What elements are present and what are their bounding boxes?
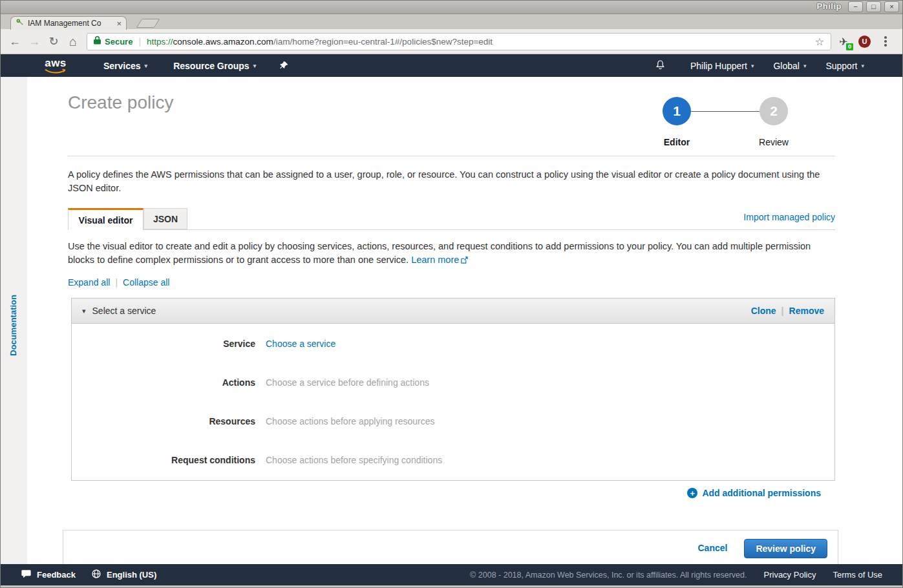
- support-menu[interactable]: Support▾: [825, 61, 864, 71]
- extension-ublock-icon[interactable]: U: [858, 36, 871, 48]
- terms-of-use-link[interactable]: Terms of Use: [833, 570, 882, 580]
- browser-menu-button[interactable]: [878, 36, 893, 47]
- resource-groups-menu[interactable]: Resource Groups▾: [173, 61, 256, 71]
- url-text[interactable]: https://console.aws.amazon.com/iam/home?…: [147, 37, 810, 47]
- clone-link[interactable]: Clone: [751, 306, 776, 316]
- policy-intro-text: A policy defines the AWS permissions tha…: [68, 168, 835, 195]
- chat-bubble-icon: [21, 569, 32, 581]
- tab-close-icon[interactable]: ×: [116, 19, 122, 28]
- copyright-text: © 2008 - 2018, Amazon Web Services, Inc.…: [470, 571, 747, 580]
- tab-json[interactable]: JSON: [143, 208, 187, 229]
- iam-key-favicon-icon: [16, 17, 24, 29]
- resources-row: Resources Choose actions before applying…: [72, 402, 834, 441]
- url-domain: console.aws.amazon.com: [173, 37, 273, 47]
- page-title: Create policy: [68, 92, 173, 113]
- left-sidebar: Documentation: [0, 77, 27, 564]
- url-path: /iam/home?region=eu-central-1#/policies$…: [273, 37, 493, 47]
- forward-button[interactable]: →: [25, 35, 44, 48]
- external-link-icon: [461, 254, 468, 268]
- resources-placeholder: Choose actions before applying resources: [266, 416, 435, 426]
- browser-toolbar: ← → ↻ ⌂ Secure | https://console.aws.ama…: [0, 29, 903, 54]
- actions-row: Actions Choose a service before defining…: [72, 363, 834, 402]
- minimize-button[interactable]: −: [848, 1, 863, 12]
- step-2-circle: 2: [760, 97, 788, 125]
- step-editor: 1 Editor: [648, 97, 705, 147]
- learn-more-link[interactable]: Learn more: [411, 255, 459, 265]
- close-button[interactable]: ×: [884, 1, 899, 12]
- address-bar[interactable]: Secure | https://console.aws.amazon.com/…: [87, 33, 831, 50]
- url-scheme: https://: [147, 37, 173, 47]
- actions-placeholder: Choose a service before defining actions: [266, 377, 429, 388]
- chevron-down-icon: ▾: [751, 63, 754, 69]
- panel-title: Select a service: [92, 306, 156, 316]
- aws-smile-icon: [44, 68, 67, 74]
- window-title: Philip: [817, 1, 842, 11]
- console-footer: Feedback English (US) © 2008 - 2018, Ama…: [0, 564, 903, 585]
- main-content: Create policy 1 Editor 2 Review A policy…: [27, 77, 903, 564]
- chevron-down-icon: ▾: [253, 63, 257, 69]
- tab-title: IAM Management Co: [28, 19, 112, 28]
- remove-link[interactable]: Remove: [789, 306, 824, 316]
- chevron-down-icon: ▾: [803, 63, 807, 69]
- service-row: Service Choose a service: [72, 324, 834, 363]
- plus-circle-icon: +: [687, 488, 697, 498]
- maximize-button[interactable]: □: [866, 1, 881, 12]
- chevron-down-icon: ▾: [145, 63, 148, 69]
- browser-tab[interactable]: IAM Management Co ×: [10, 16, 127, 30]
- home-button[interactable]: ⌂: [63, 34, 83, 49]
- window-bottom-edge: [0, 585, 903, 588]
- action-bar: Cancel Review policy: [63, 530, 838, 564]
- import-managed-policy-link[interactable]: Import managed policy: [743, 212, 835, 222]
- expand-collapse-controls: Expand all|Collapse all: [68, 277, 169, 288]
- add-additional-permissions-link[interactable]: + Add additional permissions: [687, 488, 821, 498]
- globe-icon: [91, 569, 101, 581]
- bookmark-star-icon[interactable]: ☆: [815, 36, 824, 48]
- aws-logo[interactable]: aws: [44, 58, 67, 74]
- collapse-all-link[interactable]: Collapse all: [123, 277, 169, 288]
- expand-all-link[interactable]: Expand all: [68, 277, 110, 288]
- collapse-caret-icon[interactable]: ▾: [82, 307, 86, 315]
- browser-tab-strip: IAM Management Co ×: [0, 14, 903, 29]
- visual-editor-intro-text: Use the visual editor to create and edit…: [68, 240, 835, 268]
- extension-plane-icon[interactable]: ✈0: [836, 36, 851, 48]
- select-service-panel: ▾ Select a service Clone|Remove Service …: [71, 298, 835, 481]
- privacy-policy-link[interactable]: Privacy Policy: [764, 570, 816, 580]
- tabs-underline: [68, 229, 835, 230]
- panel-body: Service Choose a service Actions Choose …: [71, 324, 835, 481]
- window-titlebar: Philip − □ ×: [0, 0, 903, 14]
- choose-a-service-link[interactable]: Choose a service: [266, 339, 335, 349]
- notifications-bell-icon[interactable]: [655, 59, 666, 73]
- back-button[interactable]: ←: [5, 35, 25, 48]
- pin-icon[interactable]: [279, 61, 289, 70]
- refresh-button[interactable]: ↻: [44, 34, 63, 48]
- request-conditions-row: Request conditions Choose actions before…: [72, 441, 834, 479]
- documentation-link[interactable]: Documentation: [8, 295, 18, 356]
- language-selector[interactable]: English (US): [91, 569, 156, 581]
- url-separator: |: [138, 36, 141, 47]
- step-1-circle: 1: [663, 97, 691, 125]
- step-review: 2 Review: [745, 97, 802, 147]
- services-menu[interactable]: Services▾: [103, 61, 147, 71]
- tab-visual-editor[interactable]: Visual editor: [68, 208, 143, 230]
- aws-navbar: aws Services▾ Resource Groups▾ Philip Hu…: [0, 54, 903, 77]
- region-menu[interactable]: Global▾: [773, 61, 806, 71]
- extension-badge: 0: [846, 43, 853, 50]
- review-policy-button[interactable]: Review policy: [744, 539, 827, 558]
- new-tab-button[interactable]: [136, 19, 160, 28]
- link-separator: |: [781, 306, 784, 316]
- link-separator: |: [115, 277, 118, 288]
- secure-label[interactable]: Secure: [105, 37, 133, 47]
- panel-header[interactable]: ▾ Select a service Clone|Remove: [71, 298, 835, 324]
- header-divider: [68, 156, 835, 156]
- feedback-button[interactable]: Feedback: [21, 569, 76, 581]
- chevron-down-icon: ▾: [861, 63, 864, 69]
- step-indicator: 1 Editor 2 Review: [648, 97, 816, 145]
- request-conditions-placeholder: Choose actions before specifying conditi…: [266, 455, 442, 465]
- lock-icon: [94, 36, 101, 47]
- cancel-button[interactable]: Cancel: [697, 543, 727, 553]
- user-menu[interactable]: Philip Huppert▾: [690, 61, 754, 71]
